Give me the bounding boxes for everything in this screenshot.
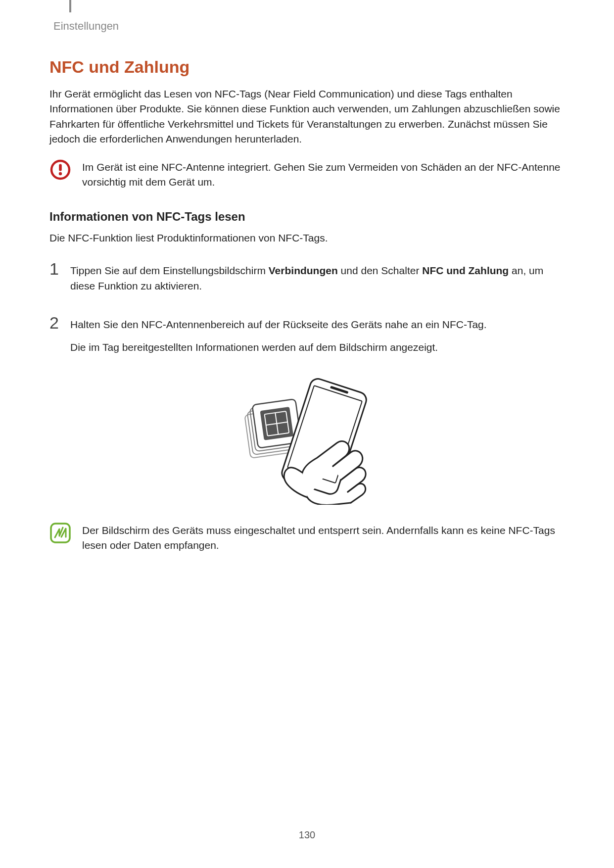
page-title: NFC und Zahlung	[49, 57, 565, 77]
svg-point-2	[59, 172, 62, 175]
step-text: und den Schalter	[338, 265, 422, 276]
step-number: 1	[49, 260, 61, 277]
step-text: Die im Tag bereitgestellten Informatione…	[70, 340, 487, 355]
step-bold-text: NFC und Zahlung	[422, 265, 509, 276]
step-number: 2	[49, 314, 61, 331]
note-text: Der Bildschirm des Geräts muss eingescha…	[82, 522, 565, 553]
step-item: 1 Tippen Sie auf dem Einstellungsbildsch…	[49, 260, 565, 301]
nfc-phone-illustration	[233, 376, 381, 505]
warning-icon	[49, 159, 71, 181]
step-item: 2 Halten Sie den NFC-Antennenbereich auf…	[49, 314, 565, 363]
warning-block: Im Gerät ist eine NFC-Antenne integriert…	[49, 159, 565, 190]
illustration-container	[49, 376, 565, 505]
svg-rect-1	[59, 164, 62, 171]
intro-paragraph: Ihr Gerät ermöglicht das Lesen von NFC-T…	[49, 87, 565, 147]
page-number: 130	[0, 829, 614, 841]
warning-text: Im Gerät ist eine NFC-Antenne integriert…	[82, 159, 565, 190]
step-content: Tippen Sie auf dem Einstellungsbildschir…	[70, 260, 565, 301]
section-subtitle: Informationen von NFC-Tags lesen	[49, 210, 565, 224]
note-block: Der Bildschirm des Geräts muss eingescha…	[49, 522, 565, 553]
section-intro: Die NFC-Funktion liest Produktinformatio…	[49, 231, 565, 245]
step-bold-text: Verbindungen	[269, 265, 338, 276]
step-content: Halten Sie den NFC-Antennenbereich auf d…	[70, 314, 487, 363]
breadcrumb: Einstellungen	[53, 20, 565, 33]
note-icon	[49, 522, 71, 544]
step-text: Halten Sie den NFC-Antennenbereich auf d…	[70, 317, 487, 332]
step-text: Tippen Sie auf dem Einstellungsbildschir…	[70, 265, 269, 276]
